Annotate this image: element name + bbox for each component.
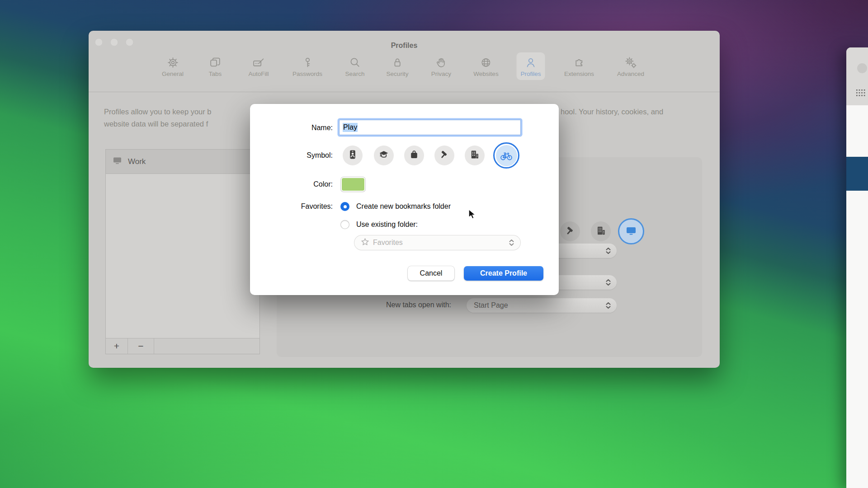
radio-create-new-folder[interactable] bbox=[340, 202, 349, 211]
intro-text-left: Profiles allow you to keep your b websit… bbox=[104, 106, 212, 130]
background-window-partial[interactable] bbox=[846, 47, 868, 488]
building-icon bbox=[595, 225, 607, 238]
display-icon bbox=[625, 225, 637, 238]
tab-label: General bbox=[162, 70, 184, 77]
graduation-cap-icon bbox=[378, 149, 389, 162]
color-swatch[interactable] bbox=[341, 177, 365, 192]
tab-general[interactable]: General bbox=[158, 52, 188, 80]
puzzle-icon bbox=[572, 56, 585, 69]
person-icon bbox=[524, 56, 537, 69]
symbol-option-bag[interactable] bbox=[404, 145, 424, 165]
folder-dropdown-value: Favorites bbox=[373, 239, 403, 247]
create-profile-dialog: Name: Play Symbol: Color: Favorites: bbox=[250, 104, 559, 295]
radio-use-existing-folder[interactable] bbox=[340, 220, 349, 229]
existing-folder-dropdown[interactable]: Favorites bbox=[354, 235, 520, 250]
add-profile-button[interactable]: + bbox=[106, 338, 128, 354]
symbol-option-hammer[interactable] bbox=[560, 221, 580, 241]
favorites-label: Favorites: bbox=[301, 202, 333, 211]
gears-icon bbox=[624, 56, 637, 69]
new-tabs-value: Start Page bbox=[474, 301, 508, 310]
tab-label: AutoFill bbox=[248, 70, 269, 77]
symbol-option-id-card[interactable] bbox=[343, 145, 363, 165]
building-icon bbox=[469, 149, 480, 162]
intro-line2-left: website data will be separated f bbox=[104, 120, 208, 128]
hammer-icon bbox=[439, 149, 450, 162]
tab-label: Extensions bbox=[564, 70, 594, 77]
side-window-accent-band bbox=[846, 157, 868, 191]
symbol-option-bicycle-selected[interactable] bbox=[493, 142, 519, 169]
tab-privacy[interactable]: Privacy bbox=[427, 52, 455, 80]
tab-label: Privacy bbox=[431, 70, 451, 77]
symbol-option-hammer[interactable] bbox=[434, 145, 454, 165]
new-tabs-dropdown[interactable]: Start Page bbox=[467, 298, 617, 313]
tab-extensions[interactable]: Extensions bbox=[560, 52, 598, 80]
tab-label: Security bbox=[387, 70, 409, 77]
settings-toolbar: General Tabs AutoFill Passwords Search S… bbox=[89, 31, 720, 92]
profile-name-input[interactable]: Play bbox=[339, 120, 521, 135]
new-tabs-label: New tabs open with: bbox=[386, 301, 451, 309]
list-footer: + − bbox=[106, 338, 259, 354]
star-icon bbox=[361, 238, 369, 248]
tab-autofill[interactable]: AutoFill bbox=[244, 52, 273, 80]
autofill-card-icon bbox=[252, 56, 265, 69]
radio-label-create-new: Create new bookmarks folder bbox=[356, 202, 451, 211]
intro-line1-left: Profiles allow you to keep your b bbox=[104, 108, 212, 116]
chevron-updown-icon bbox=[605, 247, 611, 256]
id-card-icon bbox=[347, 149, 358, 162]
profiles-list: Work + − bbox=[105, 149, 260, 354]
create-profile-button[interactable]: Create Profile bbox=[464, 266, 543, 281]
tab-security[interactable]: Security bbox=[382, 52, 413, 80]
tab-advanced[interactable]: Advanced bbox=[613, 52, 648, 80]
radio-label-use-existing: Use existing folder: bbox=[356, 220, 418, 229]
tab-label: Search bbox=[345, 70, 365, 77]
intro-line1-right: hool. Your history, cookies, and bbox=[561, 108, 663, 116]
name-label: Name: bbox=[311, 123, 333, 132]
circle-button[interactable] bbox=[857, 63, 867, 73]
chevron-updown-icon bbox=[605, 279, 611, 288]
bicycle-icon bbox=[496, 145, 517, 166]
mouse-cursor bbox=[468, 209, 478, 222]
remove-profile-button[interactable]: − bbox=[128, 338, 154, 354]
symbol-option-graduation-cap[interactable] bbox=[374, 145, 394, 165]
tab-search[interactable]: Search bbox=[341, 52, 369, 80]
tab-profiles[interactable]: Profiles bbox=[516, 52, 545, 80]
color-label: Color: bbox=[313, 180, 333, 189]
display-icon bbox=[113, 157, 122, 166]
symbol-option-display-selected[interactable] bbox=[618, 218, 644, 244]
symbol-label: Symbol: bbox=[307, 151, 333, 160]
tab-label: Websites bbox=[473, 70, 498, 77]
chevron-updown-icon bbox=[605, 302, 611, 311]
gear-icon bbox=[166, 56, 179, 69]
symbol-option-building[interactable] bbox=[591, 221, 611, 241]
chevron-updown-icon bbox=[509, 239, 514, 248]
app-grid-icon[interactable] bbox=[856, 89, 866, 99]
hammer-icon bbox=[565, 225, 576, 238]
tab-label: Passwords bbox=[292, 70, 322, 77]
magnifier-icon bbox=[349, 56, 362, 69]
tab-passwords[interactable]: Passwords bbox=[288, 52, 326, 80]
desktop-wallpaper: Profiles General Tabs AutoFill Passwords bbox=[0, 0, 868, 488]
side-window-toolbar bbox=[846, 47, 868, 105]
bag-icon bbox=[409, 149, 420, 162]
symbol-option-building[interactable] bbox=[465, 145, 485, 165]
profile-name: Work bbox=[128, 157, 146, 166]
tab-label: Profiles bbox=[520, 70, 541, 77]
lock-icon bbox=[391, 56, 404, 69]
tabs-icon bbox=[209, 56, 222, 69]
tab-label: Tabs bbox=[209, 70, 222, 77]
intro-text-right: hool. Your history, cookies, and bbox=[561, 106, 663, 118]
tab-websites[interactable]: Websites bbox=[469, 52, 502, 80]
tab-tabs[interactable]: Tabs bbox=[205, 52, 226, 80]
list-item-work[interactable]: Work bbox=[106, 150, 259, 174]
hand-icon bbox=[434, 56, 448, 69]
tab-label: Advanced bbox=[617, 70, 644, 77]
key-icon bbox=[301, 56, 314, 69]
cancel-button[interactable]: Cancel bbox=[408, 266, 454, 281]
selected-text: Play bbox=[343, 123, 358, 132]
globe-icon bbox=[480, 56, 493, 69]
